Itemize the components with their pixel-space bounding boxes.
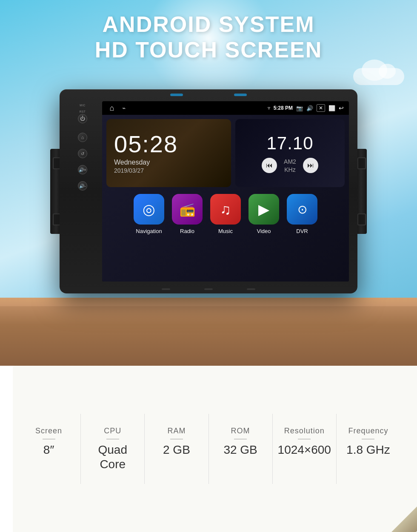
volume-up-button[interactable]: 🔊+: [78, 164, 87, 174]
mic-label: MIC: [80, 104, 85, 107]
hero-section: ANDROID SYSTEM HD TOUCH SCREEN: [0, 0, 417, 366]
spec-resolution: Resolution 1024×600: [273, 414, 337, 484]
bezel-bottom-dots: [162, 288, 255, 290]
screen-area: ⌂ ⌁ ▿ 5:28 PM 📷 🔊 ✕ ⬜ ↩: [102, 101, 349, 282]
spec-rom-label: ROM: [231, 427, 250, 435]
radio-widget: 17.10 ⏮ AM2 KHz ⏭: [235, 119, 345, 187]
dvr-icon: ⊙: [287, 194, 317, 225]
android-home-icon[interactable]: ⌂: [107, 103, 117, 113]
led-right: [234, 94, 247, 96]
led-left: [170, 94, 183, 96]
spec-cpu-label: CPU: [104, 427, 121, 435]
spec-screen-divider: [43, 439, 55, 440]
spec-resolution-value: 1024×600: [278, 443, 331, 457]
spec-frequency: Frequency 1.8 GHz: [337, 414, 400, 484]
radio-prev-button[interactable]: ⏮: [262, 158, 277, 173]
status-bar-right: ▿ 5:28 PM 📷 🔊 ✕ ⬜ ↩: [268, 104, 344, 112]
power-icon: ⏻: [78, 114, 87, 123]
spec-screen-label: Screen: [35, 427, 62, 435]
music-label: Music: [218, 228, 233, 234]
shelf-decoration: [0, 298, 417, 366]
radio-unit: KHz: [284, 166, 295, 173]
video-icon: ▶: [248, 194, 279, 225]
dot-3: [247, 288, 255, 290]
dot-2: [204, 288, 213, 290]
camera-icon: 📷: [296, 105, 303, 111]
radio-icon: 📻: [172, 194, 203, 225]
home-icon: ⌂: [78, 133, 87, 142]
status-bar: ⌂ ⌁ ▿ 5:28 PM 📷 🔊 ✕ ⬜ ↩: [102, 101, 349, 115]
device-bezel: MIC RST ⏻ ⌂ ↺: [60, 89, 357, 293]
close-icon: ✕: [317, 104, 325, 112]
spec-resolution-label: Resolution: [284, 427, 325, 435]
radio-band-info: AM2 KHz: [284, 158, 296, 173]
home-button[interactable]: ⌂: [78, 132, 87, 142]
app-music[interactable]: ♫ Music: [210, 194, 241, 234]
radio-band: AM2: [284, 158, 296, 165]
spec-resolution-divider: [298, 439, 311, 440]
widget-row: 05:28 Wednesday 2019/03/27 17.10 ⏮ AM2: [106, 119, 345, 187]
video-label: Video: [257, 228, 271, 234]
app-video[interactable]: ▶ Video: [248, 194, 279, 234]
rst-button[interactable]: RST ⏻: [78, 110, 87, 123]
spec-rom: ROM 32 GB: [209, 414, 273, 484]
spec-rom-divider: [234, 439, 247, 440]
hero-title: ANDROID SYSTEM HD TOUCH SCREEN: [0, 12, 417, 63]
spec-cpu-divider: [106, 439, 119, 440]
car-stereo-device: MIC RST ⏻ ⌂ ↺: [60, 89, 357, 293]
spec-screen: Screen 8″: [17, 414, 81, 484]
navigation-icon: ◎: [134, 194, 164, 225]
clock-widget: 05:28 Wednesday 2019/03/27: [106, 119, 231, 187]
radio-next-button[interactable]: ⏭: [303, 158, 318, 173]
spec-ram: RAM 2 GB: [145, 414, 208, 484]
app-radio[interactable]: 📻 Radio: [172, 194, 203, 234]
radio-controls: ⏮ AM2 KHz ⏭: [262, 158, 318, 173]
spec-ram-label: RAM: [167, 427, 186, 435]
hero-title-line2: HD TOUCH SCREEN: [95, 37, 323, 62]
app-navigation[interactable]: ◎ Navigation: [134, 194, 164, 234]
dvr-label: DVR: [296, 228, 308, 234]
status-time: 5:28 PM: [274, 105, 293, 111]
specs-grid: Screen 8″ CPU QuadCore RAM 2 GB ROM 32 G…: [17, 414, 400, 484]
clock-date: 2019/03/27: [114, 167, 223, 174]
spec-frequency-label: Frequency: [348, 427, 388, 435]
speaker-icon: 🔊: [306, 105, 313, 111]
app-grid: ◎ Navigation 📻 Radio: [102, 191, 349, 282]
hero-title-line1: ANDROID SYSTEM: [103, 12, 315, 37]
volume-up-icon: 🔊+: [78, 165, 87, 174]
specs-section: Screen 8″ CPU QuadCore RAM 2 GB ROM 32 G…: [0, 366, 417, 532]
return-icon: ↩: [339, 105, 344, 111]
side-controls-panel: MIC RST ⏻ ⌂ ↺: [67, 101, 98, 282]
navigation-label: Navigation: [136, 228, 162, 234]
spec-frequency-value: 1.8 GHz: [346, 443, 390, 457]
spec-cpu-value: QuadCore: [98, 443, 127, 471]
usb-icon: ⌁: [120, 104, 128, 112]
spec-ram-divider: [170, 439, 183, 440]
window-icon: ⬜: [328, 105, 335, 111]
spec-ram-value: 2 GB: [163, 443, 190, 457]
dot-1: [162, 288, 170, 290]
volume-down-icon: 🔊-: [78, 181, 87, 191]
bezel-top-leds: [170, 94, 247, 96]
back-icon: ↺: [78, 149, 87, 158]
wifi-icon: ▿: [268, 105, 270, 111]
spec-screen-value: 8″: [43, 443, 54, 457]
screen-content: 05:28 Wednesday 2019/03/27 17.10 ⏮ AM2: [102, 115, 349, 282]
music-icon: ♫: [210, 194, 241, 225]
clock-time: 05:28: [114, 132, 223, 156]
spec-frequency-divider: [362, 439, 374, 440]
cloud-decoration: [353, 68, 404, 85]
spec-cpu: CPU QuadCore: [81, 414, 145, 484]
clock-day: Wednesday: [114, 159, 223, 166]
radio-frequency: 17.10: [266, 133, 313, 154]
back-button[interactable]: ↺: [78, 148, 87, 158]
volume-down-button[interactable]: 🔊-: [78, 180, 87, 191]
spec-rom-value: 32 GB: [223, 443, 257, 457]
app-dvr[interactable]: ⊙ DVR: [287, 194, 317, 234]
radio-label: Radio: [180, 228, 194, 234]
